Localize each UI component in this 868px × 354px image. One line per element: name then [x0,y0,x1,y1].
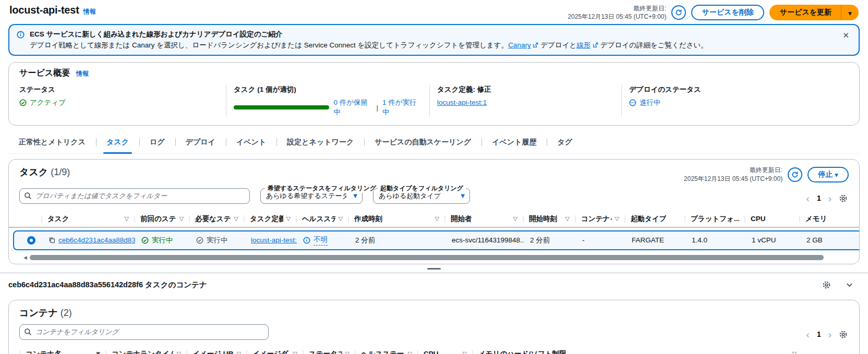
filter-icon[interactable]: ▽ [237,350,241,354]
filter-icon[interactable]: ▽ [513,215,517,222]
filter-icon[interactable]: ▽ [792,350,797,354]
column-header[interactable]: イメージ URI▽ [186,346,246,354]
column-header[interactable]: タスク▽ [41,211,134,227]
filter-icon[interactable]: ▽ [463,350,467,354]
tab-4[interactable]: イベント [226,132,276,153]
filter-icon[interactable]: ▽ [435,215,439,222]
tab-8[interactable]: タグ [547,132,583,153]
column-header[interactable]: CPU [744,211,799,227]
column-header[interactable]: ヘルスステー...▽ [355,346,417,354]
tab-0[interactable]: 正常性とメトリクス [8,132,96,153]
task-filter-input[interactable] [19,188,250,204]
tab-7[interactable]: イベント履歴 [481,132,547,153]
column-header[interactable]: ヘルスステ...▽ [296,211,348,227]
tasks-refresh-button[interactable] [788,167,802,182]
sort-descending-icon[interactable]: ▼ [96,351,100,354]
desired-status-value: 実行中 [207,236,228,245]
tab-1[interactable]: タスク [96,132,139,153]
filter-icon[interactable]: ▽ [615,215,619,222]
containers-settings-button[interactable] [838,329,849,340]
filter-icon[interactable]: ▽ [234,215,238,222]
column-header[interactable]: コンテナランタイム ID▽ [105,346,186,354]
tasks-count: (1/9) [51,167,70,177]
task-definition-link[interactable]: locust-api-test:1 [437,99,487,106]
column-header[interactable]: CPU▽ [417,346,472,354]
stop-task-dropdown-button[interactable]: 停止 ▼ [807,167,849,182]
desired-status-select[interactable]: 希望するステータスをフィルタリング あらゆる希望するステータス ▼ [260,188,363,204]
update-service-button[interactable]: サービスを更新 [769,5,841,20]
column-header[interactable]: イメージダ...▽ [246,346,303,354]
column-header[interactable]: コンテナインス...▽ [575,211,624,227]
launch-type-select[interactable]: 起動タイプをフィルタリング あらゆる起動タイプ ▼ [373,188,470,204]
horizontal-scrollbar[interactable]: ◀ [23,254,853,261]
column-label: CPU [424,350,439,354]
column-header[interactable]: 開始者▽ [444,211,523,227]
filter-icon[interactable]: ▽ [286,215,291,222]
tasks-header-row: タスク▽前回のステ...▽必要なステ...▽タスク定義▽ヘルスステ...▽作成時… [41,211,860,227]
tab-6[interactable]: サービスの自動スケーリング [364,132,481,153]
task-row: ceb6c4d231ac4aa88d83a... 実行中 実行中 locust-… [13,230,860,250]
column-header[interactable]: 開始時刻▽ [523,211,575,227]
page-number[interactable]: 1 [816,194,822,202]
column-header[interactable]: プラットフォ... [684,211,744,227]
linear-deploy-link[interactable]: 線形 [576,41,590,49]
column-header[interactable]: 起動タイプ [624,211,684,227]
scrollbar-thumb[interactable] [30,255,824,260]
column-header[interactable]: メモリのハード/ソフト制限 [472,346,764,354]
filter-icon[interactable]: ▽ [177,350,181,354]
filter-icon[interactable]: ▽ [345,350,349,354]
deployment-status-label: デプロイのステータス [629,85,840,94]
next-page-button[interactable]: › [827,329,833,339]
page-number[interactable]: 1 [816,330,822,338]
canary-deploy-link[interactable]: Canary [508,41,531,49]
update-service-dropdown-button[interactable]: ▼ [841,5,859,20]
running-tasks-link[interactable]: 1 件が実行中 [382,98,421,117]
split-panel-collapse-button[interactable] [845,280,854,290]
caret-down-icon: ▼ [835,173,838,178]
column-label: ヘルスステー... [361,349,405,354]
task-id-link[interactable]: ceb6c4d231ac4aa88d83a... [58,236,135,244]
scroll-left-arrow-icon[interactable]: ◀ [23,255,27,260]
container-filter-input[interactable] [19,324,269,340]
previous-page-button[interactable]: ‹ [805,329,811,339]
tasks-settings-button[interactable] [838,193,849,204]
filter-icon[interactable]: ▽ [339,215,343,222]
column-header[interactable]: コンテナ名▼ [19,346,105,354]
filter-icon[interactable]: ▽ [408,350,412,354]
column-label: 開始者 [451,214,472,224]
tab-2[interactable]: ログ [139,132,175,153]
filter-icon[interactable]: ▽ [293,350,297,354]
split-panel-title: ceb6c4d231ac4aa88d83a556142d28f6 タスクのコンテ… [8,280,207,290]
split-panel-settings-button[interactable] [821,279,832,290]
health-status-value[interactable]: 不明 [314,235,328,246]
pending-tasks-link[interactable]: 0 件が保留中 [333,98,372,117]
overview-info-link[interactable]: 情報 [76,70,89,77]
banner-text: デプロイの詳細をご覧ください。 [600,41,708,49]
page-info-link[interactable]: 情報 [83,7,96,16]
tab-5[interactable]: 設定とネットワーク [276,132,364,153]
close-icon[interactable]: ✕ [841,30,850,40]
column-header[interactable]: タスク定義▽ [244,211,296,227]
column-header[interactable]: メモリ [799,211,860,227]
column-header[interactable]: ステータス▽ [303,346,355,354]
copy-icon[interactable] [49,237,55,243]
column-header[interactable]: 必要なステ...▽ [189,211,244,227]
gear-icon [839,330,848,339]
filter-icon[interactable]: ▽ [179,215,184,222]
next-page-button[interactable]: › [827,193,833,203]
column-label: メモリのハード/ソフト制限 [478,349,566,354]
tab-3[interactable]: デプロイ [175,132,226,153]
delete-service-button[interactable]: サービスを削除 [691,5,764,20]
previous-page-button[interactable]: ‹ [805,193,811,203]
last-updated-label: 最終更新日: [568,4,666,13]
last-updated: 最終更新日: 2025年12月13日 05:45 (UTC+9:00) [568,4,666,21]
filter-icon[interactable]: ▽ [125,215,129,222]
column-header[interactable]: 作成時刻▽ [348,211,444,227]
column-header[interactable]: 前回のステ...▽ [134,211,189,227]
refresh-button[interactable] [671,5,686,20]
filter-icon[interactable]: ▽ [565,215,570,222]
containers-pagination: ‹ 1 › [805,329,849,340]
task-radio-selected[interactable] [27,236,35,245]
task-definition-link[interactable]: locust-api-test:1 [251,236,297,244]
split-panel-drag-handle[interactable] [427,268,441,270]
